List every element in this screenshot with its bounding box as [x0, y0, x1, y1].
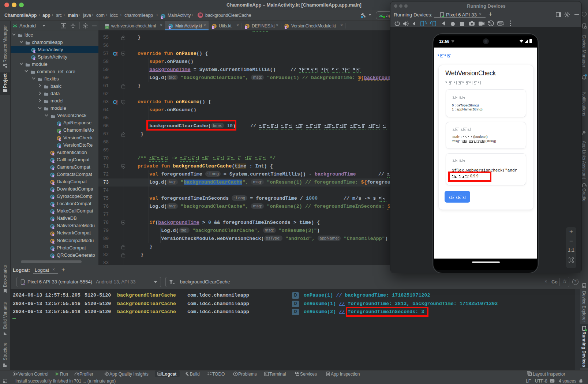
svg-text:5: 5 — [106, 26, 107, 29]
